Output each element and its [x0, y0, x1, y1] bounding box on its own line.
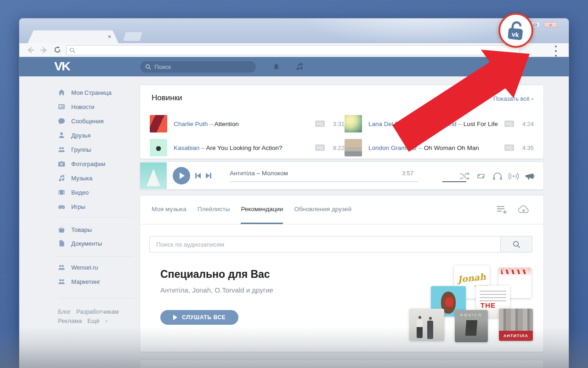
tab-recommendations[interactable]: Рекомендации	[241, 196, 283, 224]
footer-link-developers[interactable]: Разработчикам	[76, 308, 119, 315]
volume-slider[interactable]	[442, 181, 466, 182]
window-close-button[interactable]: ×	[544, 22, 557, 28]
show-all-link[interactable]: Показать всё ›	[493, 95, 533, 102]
repeat-icon[interactable]	[476, 172, 486, 181]
sidebar-item-news[interactable]: Новости	[58, 100, 150, 114]
add-playlist-icon[interactable]	[496, 205, 508, 215]
header-search-input[interactable]: Поиск	[140, 61, 256, 73]
collage-cover-two-men	[409, 309, 444, 341]
forward-icon[interactable]	[40, 46, 48, 54]
address-bar[interactable]	[66, 45, 520, 55]
album-cover-oh-woman[interactable]	[345, 139, 362, 156]
song-title: Are You Looking for Action?	[206, 144, 283, 151]
reload-icon[interactable]	[53, 46, 62, 53]
hq-badge: HQ	[315, 121, 325, 127]
header-search-placeholder: Поиск	[154, 63, 171, 70]
sidebar-item-documents[interactable]: Документы	[58, 236, 150, 250]
back-icon[interactable]	[27, 46, 35, 54]
tab-friends-updates[interactable]: Обновления друзей	[294, 196, 351, 224]
collage-cover-aquilo: AQUILO	[455, 310, 488, 342]
play-button[interactable]	[173, 167, 190, 184]
headphones-icon[interactable]	[492, 172, 503, 181]
song-artist-link[interactable]: Lana Del Rey feat. The Weeknd	[368, 121, 457, 127]
player-album-art	[140, 162, 167, 189]
chevron-right-icon: ›	[531, 95, 533, 102]
listen-all-button[interactable]: СЛУШАТЬ ВСЕ	[160, 310, 238, 325]
song-duration: 4:24	[518, 121, 534, 127]
tab-my-music[interactable]: Моя музыка	[152, 196, 187, 224]
sidebar-item-my-page[interactable]: Моя Страница	[58, 86, 150, 99]
video-icon	[58, 189, 65, 196]
album-cover-lust-for-life[interactable]	[345, 115, 362, 132]
community-icon	[58, 264, 65, 271]
sidebar-divider	[58, 298, 133, 299]
new-tab-button[interactable]	[123, 32, 142, 41]
sidebar-item-community-wensel[interactable]: Wensel.ru	[58, 260, 150, 274]
tab-playlists[interactable]: Плейлисты	[198, 196, 230, 224]
hq-badge: HQ	[504, 144, 514, 151]
tab-close-icon[interactable]: ×	[107, 33, 111, 40]
player-track-title[interactable]: Антитіла – Молоком	[230, 170, 288, 177]
broadcast-icon[interactable]	[509, 172, 519, 181]
upload-cloud-icon[interactable]	[518, 205, 530, 215]
header-music-icon[interactable]	[295, 62, 304, 71]
groups-icon	[58, 146, 65, 153]
music-tabs: Моя музыка Плейлисты Рекомендации Обновл…	[152, 196, 351, 224]
song-artist-link[interactable]: Kasabian	[174, 144, 199, 151]
recommended-subtitle: Антитіла, Jonah, O.Torvald и другие	[160, 286, 273, 294]
song-title: Lust For Life	[464, 121, 498, 127]
sidebar-item-groups[interactable]: Группы 1	[58, 143, 150, 156]
news-icon	[58, 103, 65, 110]
song-title: Attention	[215, 121, 239, 127]
market-bag-icon	[58, 226, 65, 233]
sidebar-item-market[interactable]: Товары 4	[58, 223, 150, 236]
browser-window: × × VK П	[19, 18, 569, 368]
sidebar-item-video[interactable]: Видео	[58, 185, 150, 199]
player-bar: Антитіла – Молоком 3:57	[140, 162, 543, 190]
sidebar-item-games[interactable]: Игры	[58, 200, 150, 213]
sidebar-item-music[interactable]: Музыка	[58, 171, 150, 185]
vk-logo[interactable]: VK	[54, 58, 70, 76]
friends-icon	[58, 132, 65, 139]
sidebar-item-community-marketing[interactable]: Маркетинг	[58, 275, 150, 288]
music-icon	[58, 174, 65, 182]
footer-link-more[interactable]: Ещё	[87, 317, 100, 324]
browser-tab[interactable]: ×	[28, 30, 119, 43]
tabs-divider	[140, 224, 543, 224]
song-row[interactable]: Lana Del Rey feat. The Weeknd – Lust For…	[345, 114, 534, 133]
song-row[interactable]: Charlie Puth – Attention HQ 3:31	[150, 114, 345, 133]
next-track-icon[interactable]	[206, 173, 211, 178]
album-cover-attention[interactable]	[150, 115, 167, 132]
home-icon	[58, 89, 65, 96]
album-cover-for-action[interactable]	[150, 139, 167, 156]
progress-bar[interactable]	[230, 181, 418, 182]
footer-link-blog[interactable]: Блог	[58, 308, 71, 315]
megaphone-icon[interactable]	[525, 172, 535, 181]
photos-icon	[58, 160, 65, 167]
svg-text:vk: vk	[511, 30, 519, 39]
shuffle-icon[interactable]	[459, 172, 469, 181]
audio-search-input[interactable]	[149, 236, 501, 253]
open-lock-vk-icon: vk	[506, 20, 526, 41]
song-artist-link[interactable]: London Grammar	[368, 144, 417, 151]
new-releases-card: Новинки Показать всё › Charlie Puth – At…	[140, 85, 543, 159]
browser-toolbar	[19, 43, 569, 57]
address-input[interactable]	[75, 46, 520, 54]
community-icon	[58, 278, 65, 285]
new-releases-title: Новинки	[152, 93, 182, 103]
sidebar-divider	[58, 256, 133, 257]
notifications-bell-icon[interactable]	[272, 63, 280, 71]
next-section-card	[140, 360, 543, 368]
song-row[interactable]: Kasabian – Are You Looking for Action? H…	[150, 138, 345, 157]
song-row[interactable]: London Grammar – Oh Woman Oh Man HQ 4:35	[345, 138, 534, 157]
address-search-icon	[69, 47, 75, 53]
previous-track-icon[interactable]	[195, 173, 201, 178]
music-section-card: Моя музыка Плейлисты Рекомендации Обновл…	[140, 196, 543, 352]
vk-extension-icon[interactable]: vk	[498, 13, 533, 48]
sidebar-item-messages[interactable]: Сообщения 2	[58, 114, 150, 128]
audio-search-button[interactable]	[501, 236, 532, 253]
footer-link-ads[interactable]: Реклама	[58, 317, 82, 324]
sidebar-item-friends[interactable]: Друзья	[58, 128, 150, 142]
song-artist-link[interactable]: Charlie Puth	[174, 121, 208, 127]
sidebar-item-photos[interactable]: Фотографии	[58, 157, 150, 171]
